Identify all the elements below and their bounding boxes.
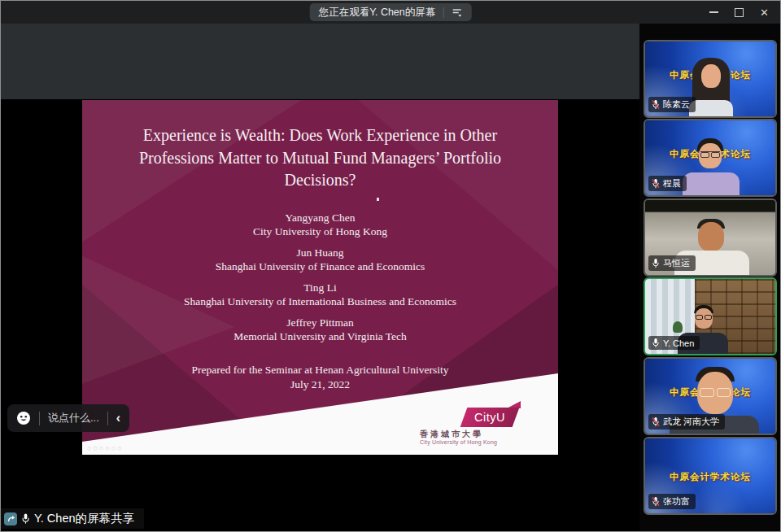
cityu-name-english: City University of Hong Kong bbox=[420, 439, 497, 445]
cityu-name-chinese: 香港城市大學 bbox=[420, 429, 483, 440]
author-block: Yangyang Chen City University of Hong Ko… bbox=[82, 211, 558, 239]
mouse-cursor-dot bbox=[377, 198, 379, 201]
participant-tile-wu-long[interactable]: 中原会计学术论坛 武龙 河南大学 bbox=[644, 357, 777, 435]
screen-share-banner: Y. Chen的屏幕共享 bbox=[1, 508, 144, 529]
maximize-icon bbox=[735, 8, 744, 17]
avatar-glasses bbox=[700, 388, 731, 397]
avatar-body bbox=[683, 172, 740, 195]
cityu-wordmark: CityU bbox=[474, 411, 505, 424]
avatar-face bbox=[698, 222, 724, 251]
author-block: Jeffrey Pittman Memorial University and … bbox=[82, 316, 558, 344]
participant-tile-cheng-chen[interactable]: 中原会计学术论坛 程晨 bbox=[644, 119, 777, 197]
author-block: Jun Huang Shanghai University of Finance… bbox=[82, 246, 558, 274]
shared-screen-gray-band bbox=[1, 24, 639, 99]
participant-name-chip: Y. Chen bbox=[648, 336, 700, 350]
avatar-glasses bbox=[696, 315, 712, 320]
author-affiliation: Memorial University and Virginia Tech bbox=[82, 329, 558, 344]
title-bar: 您正在观看Y. Chen的屏幕 ✕ bbox=[1, 1, 780, 24]
author-name: Jun Huang bbox=[82, 246, 558, 260]
participant-tile-ma-hengyun[interactable]: 马恒运 bbox=[644, 198, 777, 277]
cityu-logo: CityU 香港城市大學 City University of Hong Kon… bbox=[418, 408, 540, 450]
pill-divider bbox=[107, 412, 108, 425]
pill-divider bbox=[39, 412, 40, 425]
meeting-window: 您正在观看Y. Chen的屏幕 ✕ Experience is Wealth: … bbox=[0, 0, 781, 532]
screen-share-label: Y. Chen的屏幕共享 bbox=[34, 511, 134, 526]
minimize-button[interactable] bbox=[701, 1, 726, 24]
chat-quick-input[interactable]: 说点什么... ‹ bbox=[7, 404, 129, 432]
participant-name-chip: 张功富 bbox=[648, 494, 696, 509]
participant-name: Y. Chen bbox=[663, 338, 694, 348]
author-block: Ting Li Shanghai University of Internati… bbox=[82, 281, 558, 309]
watermark-text: ○○○○○○ bbox=[87, 444, 124, 452]
window-controls: ✕ bbox=[701, 1, 777, 24]
mic-on-icon bbox=[652, 258, 660, 268]
screen-share-icon bbox=[4, 512, 17, 525]
author-affiliation: Shanghai University of Finance and Econo… bbox=[82, 259, 558, 274]
participants-sidebar: 中原会计学术论坛 陈素云 中原会计学术论坛 bbox=[639, 24, 781, 532]
cityu-logo-mark: CityU bbox=[460, 408, 520, 427]
participant-name-chip: 陈素云 bbox=[648, 97, 696, 112]
slide-authors: Yangyang Chen City University of Hong Ko… bbox=[82, 211, 558, 344]
participant-name-chip: 武龙 河南大学 bbox=[648, 414, 725, 430]
author-affiliation: City University of Hong Kong bbox=[82, 225, 558, 239]
mic-on-icon bbox=[652, 338, 660, 348]
mic-muted-icon bbox=[652, 416, 660, 427]
avatar-face bbox=[701, 64, 721, 88]
participant-name: 张功富 bbox=[663, 495, 690, 508]
plant-decor bbox=[673, 321, 683, 333]
maximize-button[interactable] bbox=[726, 1, 752, 24]
mic-muted-icon bbox=[652, 99, 660, 110]
participant-name: 武龙 河南大学 bbox=[663, 416, 719, 428]
participant-name-chip: 马恒运 bbox=[648, 255, 696, 271]
mic-muted-icon bbox=[652, 178, 660, 189]
close-button[interactable]: ✕ bbox=[752, 1, 777, 24]
emoji-icon[interactable] bbox=[16, 411, 31, 425]
watching-screen-label: 您正在观看Y. Chen的屏幕 bbox=[319, 6, 436, 20]
avatar-glasses bbox=[700, 151, 720, 158]
participant-tile-zhang-gongfu[interactable]: 中原会计学术论坛 张功富 bbox=[644, 437, 777, 515]
author-affiliation: Shanghai University of International Bus… bbox=[82, 294, 558, 309]
participant-name: 程晨 bbox=[663, 177, 681, 190]
participant-tile-y-chen-active-speaker[interactable]: Y. Chen bbox=[644, 277, 777, 355]
minimize-icon bbox=[709, 11, 718, 13]
watching-screen-badge[interactable]: 您正在观看Y. Chen的屏幕 bbox=[310, 3, 472, 21]
participant-name: 马恒运 bbox=[663, 257, 690, 269]
avatar-body bbox=[689, 100, 733, 116]
badge-divider bbox=[443, 7, 443, 18]
mic-muted-icon bbox=[652, 496, 660, 507]
badge-menu-icon[interactable] bbox=[451, 7, 462, 18]
author-name: Ting Li bbox=[82, 281, 558, 295]
shared-screen-stage: Experience is Wealth: Does Work Experien… bbox=[1, 24, 639, 532]
microphone-icon bbox=[21, 512, 30, 525]
footer-line1: Prepared for the Seminar at Henan Agricu… bbox=[82, 363, 558, 377]
close-icon: ✕ bbox=[760, 7, 769, 18]
collapse-chevron-icon[interactable]: ‹ bbox=[116, 412, 120, 424]
chat-input-placeholder[interactable]: 说点什么... bbox=[48, 411, 99, 425]
participant-name: 陈素云 bbox=[663, 98, 690, 111]
forum-banner-text: 中原会计学术论坛 bbox=[645, 471, 775, 483]
slide-title: Experience is Wealth: Does Work Experien… bbox=[110, 124, 530, 192]
participant-name-chip: 程晨 bbox=[648, 176, 687, 191]
author-name: Yangyang Chen bbox=[82, 211, 558, 225]
presentation-slide: Experience is Wealth: Does Work Experien… bbox=[82, 100, 558, 455]
author-name: Jeffrey Pittman bbox=[82, 316, 558, 330]
participant-tile-chen-suyun[interactable]: 中原会计学术论坛 陈素云 bbox=[644, 40, 777, 118]
